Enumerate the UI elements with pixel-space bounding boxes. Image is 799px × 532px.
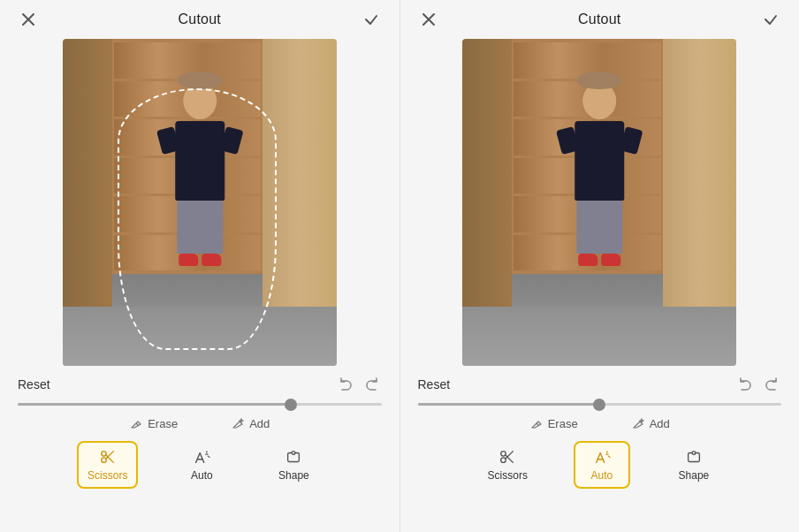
right-tool-shape[interactable]: Shape [666,441,722,489]
redo-icon [364,375,380,391]
right-boy-pants [576,201,622,254]
right-erase-add-row: Erase Add [400,411,800,436]
right-slider-thumb[interactable] [593,399,605,411]
svg-line-23 [506,452,514,460]
right-shape-label: Shape [679,469,710,482]
left-confirm-button[interactable] [361,11,382,28]
right-slider-row [400,399,800,411]
left-header: Cutout [0,0,400,35]
boy-hat [177,72,223,89]
right-erase-label: Erase [548,417,578,430]
auto-icon-left [193,448,210,466]
shape-icon-left [285,448,302,466]
left-reset-button[interactable]: Reset [18,377,50,391]
left-slider-row [0,399,400,411]
left-erase-button[interactable]: Erase [124,414,183,432]
right-undo-redo [735,373,781,396]
add-icon [231,416,245,430]
left-reset-row: Reset [0,366,400,399]
svg-line-22 [506,455,514,463]
right-tool-auto[interactable]: Auto [574,441,630,489]
left-redo-button[interactable] [362,373,382,396]
right-redo-icon [764,375,780,391]
right-boy-figure [538,72,662,327]
left-erase-add-row: Erase Add [0,411,400,436]
right-boy-body [575,121,624,201]
right-add-button[interactable]: Add [626,414,675,432]
left-image-canvas[interactable] [63,39,337,366]
right-shape-icon [685,448,703,466]
scissors-icon [99,448,117,466]
right-tool-scissors[interactable]: Scissors [477,441,538,489]
left-arm [156,126,179,155]
boy-body [175,121,224,201]
left-tool-scissors[interactable]: Scissors [77,441,138,489]
right-close-icon [422,12,436,27]
right-tool-row: Scissors Auto Shape [400,436,800,496]
left-undo-button[interactable] [336,373,355,396]
left-slider-fill [18,403,291,406]
right-redo-button[interactable] [762,373,781,396]
left-undo-redo [336,373,382,396]
right-auto-label: Auto [591,469,613,482]
erase-icon [129,416,143,430]
right-panel: Cutout [400,0,800,532]
right-scissors-icon [498,448,516,466]
right-slider-track[interactable] [418,403,782,406]
left-auto-label: Auto [191,469,213,482]
right-arm [219,126,243,155]
left-erase-label: Erase [148,417,178,430]
right-boy-hat [576,72,622,89]
right-reset-row: Reset [400,366,800,399]
right-erase-button[interactable]: Erase [524,414,583,432]
right-add-label: Add [650,417,670,430]
svg-line-8 [105,452,113,460]
left-tool-row: Scissors Auto Shape [0,436,400,496]
svg-line-12 [209,456,210,457]
right-scene-background [462,39,736,366]
right-scissors-label: Scissors [488,469,528,482]
right-panel-title: Cutout [578,11,620,27]
left-shape-label: Shape [278,469,309,482]
right-right-arm [620,126,643,155]
svg-point-14 [293,452,296,455]
boy-figure [138,72,262,327]
right-undo-button[interactable] [735,373,755,396]
right-confirm-button[interactable] [760,11,781,28]
boy-arms [159,128,240,155]
left-slider-thumb[interactable] [285,399,297,411]
right-shoe [202,254,221,266]
right-right-shoe [601,254,620,266]
left-scene-background [63,39,337,366]
right-add-icon [631,416,645,430]
right-boy-shoes [578,254,620,266]
left-slider-track[interactable] [18,403,382,406]
left-close-button[interactable] [18,11,39,28]
right-check-icon [764,12,778,27]
left-scissors-label: Scissors [88,469,127,482]
left-add-label: Add [249,417,270,430]
check-icon [364,12,378,27]
right-undo-icon [737,375,753,391]
right-boy-arms [559,128,640,155]
right-slider-fill [418,403,600,406]
left-shoe [179,254,198,266]
left-panel-title: Cutout [179,11,221,27]
svg-line-27 [608,456,610,457]
undo-icon [338,375,354,391]
boy-pants [177,201,223,254]
boy-shoes [179,254,221,266]
left-add-button[interactable]: Add [225,414,275,432]
right-left-arm [556,126,580,155]
right-auto-icon [593,448,611,466]
left-tool-auto[interactable]: Auto [173,441,230,489]
right-reset-button[interactable]: Reset [418,377,451,391]
right-header: Cutout [400,0,800,35]
right-image-canvas[interactable] [462,39,736,366]
svg-point-29 [692,452,696,455]
right-close-button[interactable] [418,11,439,28]
close-icon [21,12,35,27]
right-erase-icon [529,416,544,430]
right-left-shoe [578,254,597,266]
left-tool-shape[interactable]: Shape [265,441,322,489]
